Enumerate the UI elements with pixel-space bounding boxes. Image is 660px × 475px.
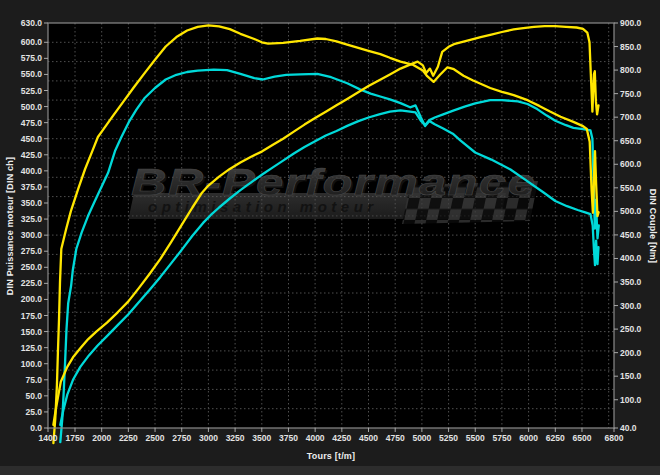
tick-label: 250.0 (21, 262, 43, 272)
tick-label: 6250 (546, 433, 565, 443)
tick-label: 2000 (92, 433, 111, 443)
tick-label: 225.0 (21, 278, 43, 288)
tick-label: 3250 (226, 433, 245, 443)
tick-label: 250.0 (620, 324, 642, 334)
tick-label: 550.0 (21, 69, 43, 79)
tick-label: 450.0 (21, 134, 43, 144)
tick-label: 4250 (332, 433, 351, 443)
tick-label: 75.0 (25, 375, 42, 385)
tick-label: 50.0 (25, 391, 42, 401)
tick-label: 1750 (66, 433, 85, 443)
tick-label: 325.0 (21, 214, 43, 224)
tick-label: 2250 (119, 433, 138, 443)
tick-label: 600.0 (620, 159, 642, 169)
tick-label: 125.0 (21, 343, 43, 353)
tick-label: 200.0 (620, 348, 642, 358)
tick-label: 300.0 (21, 230, 43, 240)
tick-label: 6500 (573, 433, 592, 443)
watermark-tagline: optimisation moteur (148, 198, 378, 215)
tick-label: 375.0 (21, 182, 43, 192)
tick-label: 550.0 (620, 183, 642, 193)
x-axis-title: Tours [t/m] (307, 451, 356, 461)
tick-label: 100.0 (620, 395, 642, 405)
tick-label: 40.0 (620, 423, 637, 433)
tick-label: 1400 (39, 433, 58, 443)
tick-label: 25.0 (25, 407, 42, 417)
tick-label: 175.0 (21, 311, 43, 321)
y-axis-right-title: DIN Couple [Nm] (648, 189, 658, 264)
tick-label: 2750 (172, 433, 191, 443)
tick-label: 750.0 (620, 89, 642, 99)
tick-label: 900.0 (620, 18, 642, 28)
tick-label: 5500 (466, 433, 485, 443)
tick-label: 5250 (439, 433, 458, 443)
tick-label: 100.0 (21, 359, 43, 369)
tick-label: 6800 (605, 433, 624, 443)
tick-label: 650.0 (620, 136, 642, 146)
tick-label: 3000 (199, 433, 218, 443)
tick-label: 150.0 (21, 327, 43, 337)
tick-label: 350.0 (620, 277, 642, 287)
tick-label: 350.0 (21, 198, 43, 208)
tick-label: 4500 (359, 433, 378, 443)
dyno-chart-window: BR-Performance BR-Performance optimisati… (0, 0, 660, 475)
y-axis-left-title: DIN Puissance moteur [DIN ch] (5, 157, 15, 295)
tick-label: 425.0 (21, 150, 43, 160)
tick-label: 630.0 (21, 18, 43, 28)
tick-label: 300.0 (620, 301, 642, 311)
tick-label: 575.0 (21, 53, 43, 63)
tick-label: 5000 (412, 433, 431, 443)
dyno-chart: BR-Performance BR-Performance optimisati… (0, 0, 660, 475)
tick-label: 500.0 (21, 102, 43, 112)
tick-label: 600.0 (21, 37, 43, 47)
tick-label: 400.0 (21, 166, 43, 176)
watermark-text: BR-Performance (131, 162, 536, 203)
tick-label: 400.0 (620, 253, 642, 263)
tick-label: 500.0 (620, 206, 642, 216)
tick-label: 275.0 (21, 246, 43, 256)
tick-label: 2500 (146, 433, 165, 443)
tick-label: 4750 (386, 433, 405, 443)
tick-label: 4000 (306, 433, 325, 443)
tick-label: 6000 (519, 433, 538, 443)
tick-label: 700.0 (620, 112, 642, 122)
tick-label: 3750 (279, 433, 298, 443)
tick-label: 450.0 (620, 230, 642, 240)
tick-label: 525.0 (21, 86, 43, 96)
tick-label: 0.0 (30, 423, 42, 433)
tick-label: 475.0 (21, 118, 43, 128)
tick-label: 200.0 (21, 294, 43, 304)
bottom-strip (0, 466, 660, 475)
tick-label: 150.0 (620, 371, 642, 381)
tick-label: 800.0 (620, 65, 642, 75)
watermark: BR-Performance BR-Performance optimisati… (128, 162, 538, 224)
tick-label: 5750 (492, 433, 511, 443)
tick-label: 3500 (252, 433, 271, 443)
tick-label: 850.0 (620, 42, 642, 52)
